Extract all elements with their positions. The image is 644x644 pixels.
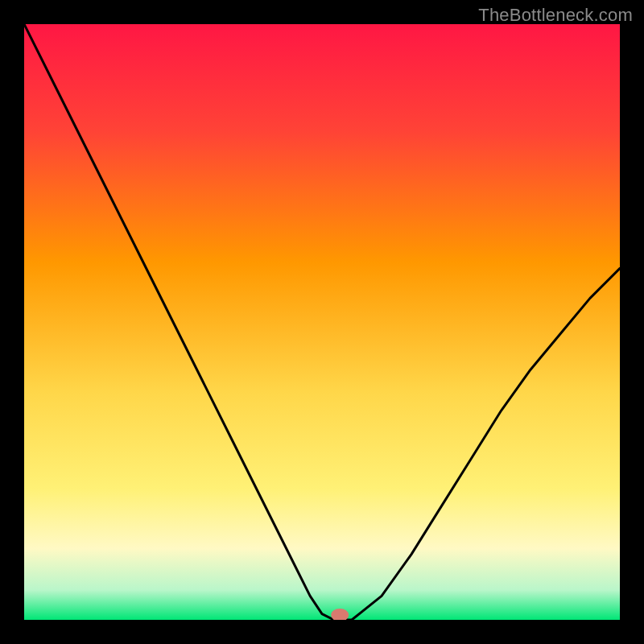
gradient-background [24, 24, 620, 620]
watermark-text: TheBottleneck.com [478, 5, 633, 26]
chart-container: TheBottleneck.com [0, 0, 644, 644]
bottleneck-chart [24, 24, 620, 620]
